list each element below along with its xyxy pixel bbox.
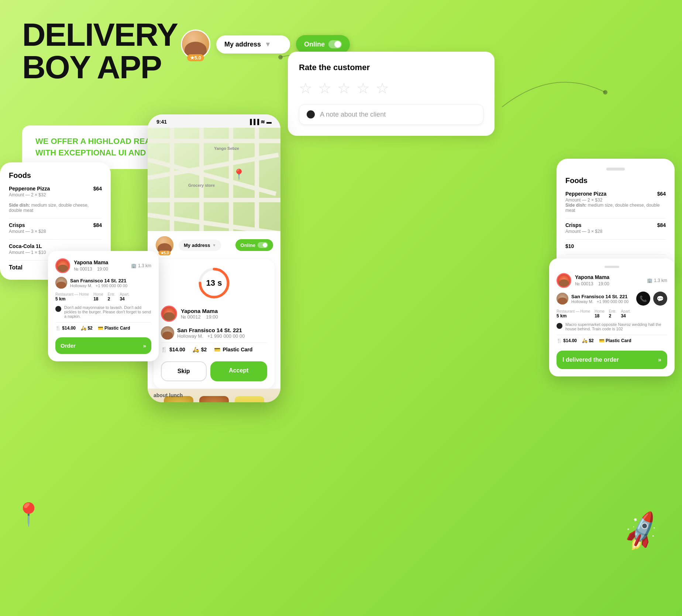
- popup-restaurant-name: Yapona Mama: [74, 259, 127, 265]
- avatar-rating: ★5.0: [187, 54, 204, 61]
- food-item-pizza: Pepperone Pizza $64 Amount — 2 × $32: [9, 186, 102, 197]
- food-image-3: [235, 396, 264, 402]
- food-item-crisps: Crisps $84 Amount — 3 × $28: [9, 222, 102, 234]
- popup-card-icon: 💳: [98, 326, 103, 331]
- right-route-col-apart: Apart. 34: [621, 309, 631, 319]
- popup-address: San Fransisco 14 St. 221: [70, 278, 127, 283]
- deliver-btn-label: I delivered the order: [562, 357, 619, 363]
- phone-call-button[interactable]: 📞: [636, 292, 650, 306]
- right-pizza-item: Pepperone Pizza $64 Amount — 2 × $32 Sid…: [565, 191, 666, 213]
- divider-2: [9, 239, 102, 240]
- right-home-value: 18: [595, 313, 599, 319]
- right-fork-icon: 🍴: [557, 338, 562, 343]
- popup-person-face: [55, 277, 67, 289]
- route-col-home: Home 18: [93, 292, 103, 302]
- online-label: Online: [304, 41, 325, 48]
- delivery-address: San Fransisco 14 St. 221: [177, 327, 245, 333]
- right-popup-restaurant-name: Yapona Mama: [575, 274, 643, 280]
- right-popup-person-avatar: [557, 293, 568, 304]
- right-route-col-restohome: Restaurant — Home 5 km: [557, 309, 590, 319]
- phone-map: Yango Sebze Grocery store 📍: [148, 128, 280, 231]
- pizza-name: Pepperone Pizza: [9, 186, 50, 192]
- right-entr-label: Entr.: [609, 309, 617, 313]
- delivery-face: [161, 326, 174, 340]
- right-popup-address: San Fransisco 14 St. 221: [571, 294, 628, 299]
- entr-label: Entr.: [108, 292, 116, 296]
- left-card-title: Foods: [9, 171, 102, 180]
- star-5[interactable]: ☆: [376, 80, 389, 97]
- star-4[interactable]: ☆: [356, 80, 370, 97]
- right-building-icon: 🏢: [647, 278, 652, 283]
- divider-1: [9, 218, 102, 218]
- phone-avatar-bar: ★5.0 My address ▼ Online: [148, 231, 280, 259]
- order-note: Don't add mayonnaise to lavash. Don't ad…: [55, 305, 151, 319]
- road: [148, 213, 279, 231]
- deliver-order-button[interactable]: I delivered the order »: [557, 351, 667, 369]
- order-button[interactable]: Order »: [55, 337, 151, 354]
- cola-name: Coca-Cola 1L: [9, 243, 42, 249]
- phone-toggle[interactable]: [258, 242, 268, 248]
- right-popup-distance: 🏢 1.3 km: [647, 278, 667, 283]
- right-pizza-name: Pepperone Pizza: [565, 191, 606, 197]
- route-label: Restaurant — Home: [55, 292, 89, 296]
- order-restaurant-name: Yapona Mama: [181, 308, 218, 314]
- chat-button[interactable]: 💬: [653, 292, 667, 306]
- popup-address-info: San Fransisco 14 St. 221 Holloway M. +1 …: [70, 278, 127, 288]
- right-entr-value: 2: [609, 313, 612, 319]
- order-face: [162, 307, 176, 321]
- star-1[interactable]: ☆: [299, 80, 312, 97]
- right-scooter-icon: 🛵: [582, 338, 588, 343]
- phone-address-dropdown[interactable]: My address ▼: [179, 240, 221, 251]
- right-popup-order-num: № 00013 19:00: [575, 281, 609, 286]
- road: [148, 139, 280, 143]
- right-popup-price-row: 🍴 $14.00 🛵 $2 💳 Plastic Card: [557, 335, 667, 346]
- right-scroll-indicator: [604, 266, 619, 268]
- apart-value: 34: [120, 296, 124, 302]
- popup-distance: 🏢 1.3 km: [131, 263, 151, 268]
- phone-online-label: Online: [241, 242, 255, 248]
- address-dropdown[interactable]: My address ▼: [216, 35, 290, 54]
- toggle-knob[interactable]: [328, 40, 342, 48]
- popup-contact: Holloway M. +1 990 000 00 00: [70, 283, 127, 288]
- stars-row[interactable]: ☆ ☆ ☆ ☆ ☆: [299, 80, 483, 97]
- right-divider-2: [565, 239, 666, 240]
- skip-button[interactable]: Skip: [161, 361, 207, 381]
- online-toggle[interactable]: Online: [296, 35, 350, 54]
- crisps-name: Crisps: [9, 222, 25, 228]
- phone-avatar: ★5.0: [155, 235, 174, 255]
- right-route-label: Restaurant — Home: [557, 309, 590, 313]
- pizza-price: $64: [93, 186, 102, 192]
- right-home-label: Home: [595, 309, 604, 313]
- about-lunch-label: about lunch: [154, 392, 183, 398]
- star-2[interactable]: ☆: [318, 80, 331, 97]
- sidedish-desc: Side dish: medium size, double cheese, d…: [9, 203, 102, 213]
- food-item-sidedish: Side dish: medium size, double cheese, d…: [9, 203, 102, 213]
- right-popup-face: [558, 274, 570, 287]
- note-dot-icon: [55, 306, 61, 312]
- map-marker: 📍: [232, 168, 245, 180]
- star-3[interactable]: ☆: [337, 80, 351, 97]
- delivery-row: San Fransisco 14 St. 221 Holloway M. +1 …: [161, 326, 267, 340]
- popup-order-info: Yapona Mama № 00013 19:00: [74, 259, 127, 272]
- order-details: Yapona Mama № 00012 19:00: [181, 308, 218, 320]
- note-input[interactable]: A note about the client: [299, 104, 483, 125]
- timer-wrap: 13 s: [161, 266, 267, 300]
- timer-card: 13 s Yapona Mama № 00012 19:00: [154, 259, 275, 389]
- rate-card: Rate the customer ☆ ☆ ☆ ☆ ☆ A note about…: [288, 52, 495, 136]
- note-placeholder: A note about the client: [320, 111, 386, 118]
- route-col-restohome: Restaurant — Home 5 km: [55, 292, 89, 302]
- right-popup-order-info: Yapona Mama № 00013 19:00: [575, 274, 643, 287]
- right-card-icon: 💳: [599, 338, 604, 343]
- phone-online-button[interactable]: Online: [235, 239, 273, 251]
- road: [170, 128, 174, 231]
- right-note-text: Macro supermarket opposite Navroz weddin…: [565, 322, 667, 331]
- accept-button[interactable]: Accept: [210, 361, 268, 381]
- right-pizza-desc: Side dish: medium size, double cheese, d…: [565, 203, 666, 213]
- phone-center: 9:41 ▐▐▐ ≋ ▬ Yango Sebze Grocery store 📍…: [148, 114, 280, 402]
- apart-label: Apart.: [120, 292, 130, 296]
- order-avatar: [161, 306, 177, 322]
- right-popup-payment: 💳 Plastic Card: [599, 338, 631, 343]
- right-pizza-amount: Amount — 2 × $32: [565, 197, 666, 203]
- popup-order-num: № 00013 19:00: [74, 266, 108, 272]
- right-order-note: Macro supermarket opposite Navroz weddin…: [557, 322, 667, 331]
